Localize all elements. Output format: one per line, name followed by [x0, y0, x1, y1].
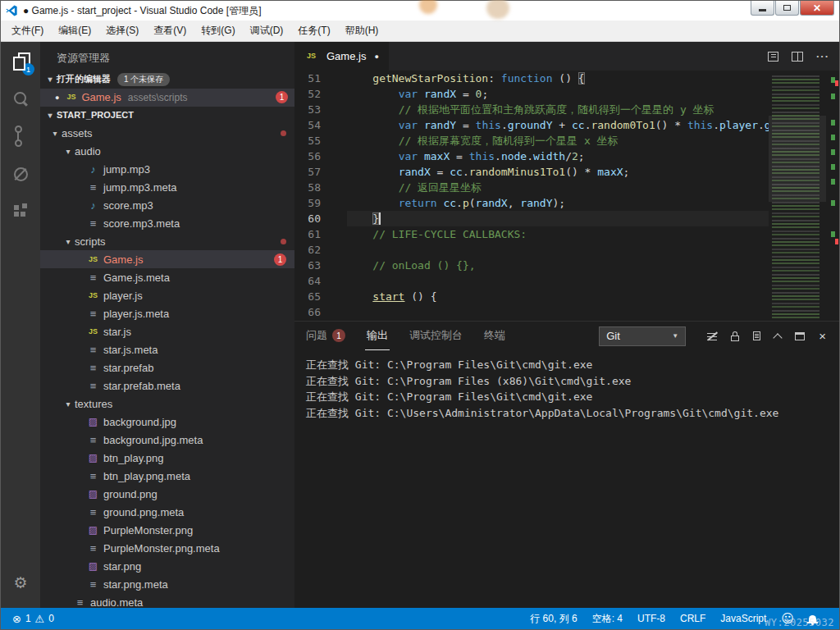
- feedback-smiley-icon[interactable]: ☺: [781, 611, 794, 626]
- menu-item[interactable]: 转到(G): [194, 21, 242, 42]
- open-log-file-icon[interactable]: [753, 331, 760, 340]
- cursor-position[interactable]: 行 60, 列 6: [530, 612, 577, 626]
- tree-item[interactable]: JSplayer.js: [40, 286, 294, 304]
- panel-tab[interactable]: 问题1: [304, 322, 347, 350]
- code-line[interactable]: var maxX = this.node.width/2;: [347, 148, 769, 164]
- panel-tab[interactable]: 终端: [482, 322, 507, 350]
- code-line[interactable]: // onLoad () {},: [347, 258, 769, 273]
- panel-tab[interactable]: 调试控制台: [408, 322, 464, 350]
- close-panel-icon[interactable]: ×: [819, 330, 826, 342]
- output-log[interactable]: 正在查找 Git: C:\Program Files\Git\cmd\git.e…: [294, 350, 839, 421]
- tree-item[interactable]: ≡background.jpg.meta: [40, 431, 294, 449]
- error-count: 1: [25, 613, 31, 624]
- search-activity-button[interactable]: [1, 80, 40, 117]
- tree-item[interactable]: ♪jump.mp3: [40, 160, 294, 178]
- language-mode[interactable]: JavaScript: [720, 613, 766, 624]
- output-channel-select[interactable]: Git ▼: [599, 326, 686, 346]
- open-editor-item[interactable]: ● JS Game.js assets\scripts 1: [40, 89, 294, 107]
- code-line[interactable]: getNewStarPosition: function () {: [347, 71, 769, 86]
- tree-item[interactable]: ≡star.js.meta: [40, 340, 294, 358]
- code-line[interactable]: // LIFE-CYCLE CALLBACKS:: [347, 226, 769, 242]
- code-line[interactable]: // 根据屏幕宽度，随机得到一个星星 x 坐标: [347, 133, 769, 148]
- project-root-header[interactable]: START_PROJECT: [40, 107, 294, 125]
- menu-item[interactable]: 编辑(E): [51, 21, 98, 42]
- debug-activity-button[interactable]: [1, 155, 40, 193]
- line-number: 62: [294, 242, 321, 258]
- tree-item[interactable]: ≡player.js.meta: [40, 304, 294, 322]
- tree-item[interactable]: ≡btn_play.png.meta: [40, 467, 294, 485]
- code-editor[interactable]: 51525354555657585960616263646566 getNewS…: [294, 71, 839, 321]
- autoscroll-lock-icon[interactable]: [731, 331, 739, 341]
- indentation-setting[interactable]: 空格: 4: [592, 612, 623, 626]
- tree-item[interactable]: ≡jump.mp3.meta: [40, 178, 294, 196]
- code-line[interactable]: return cc.p(randX, randY);: [347, 195, 769, 211]
- tree-item[interactable]: JSGame.js1: [40, 250, 294, 268]
- menu-item[interactable]: 调试(D): [243, 21, 291, 42]
- tree-item[interactable]: ▨btn_play.png: [40, 449, 294, 467]
- split-editor-icon[interactable]: [792, 52, 803, 62]
- tree-item[interactable]: audio: [40, 142, 294, 160]
- tree-item[interactable]: JSstar.js: [40, 322, 294, 340]
- maximize-panel-chevron-icon[interactable]: [774, 331, 781, 341]
- code-line[interactable]: [347, 242, 769, 258]
- source-control-activity-button[interactable]: [1, 117, 40, 155]
- code-line[interactable]: var randX = 0;: [347, 86, 769, 102]
- minimap-slider[interactable]: [769, 116, 826, 202]
- code-line[interactable]: [347, 304, 769, 320]
- maximize-button[interactable]: [775, 1, 799, 16]
- tree-item[interactable]: ≡ground.png.meta: [40, 503, 294, 521]
- encoding-setting[interactable]: UTF-8: [637, 613, 665, 624]
- tree-item[interactable]: ≡star.png.meta: [40, 575, 294, 593]
- explorer-activity-button[interactable]: 1: [1, 42, 40, 80]
- folder-chevron-icon: [62, 237, 75, 246]
- tree-item[interactable]: ≡audio.meta: [40, 593, 294, 608]
- toggle-panel-icon[interactable]: [795, 332, 805, 340]
- tab-gamejs[interactable]: JS Game.js ●: [294, 42, 389, 71]
- tree-item[interactable]: scripts: [40, 232, 294, 250]
- tree-item-label: audio.meta: [90, 596, 143, 608]
- tree-item[interactable]: ▨background.jpg: [40, 413, 294, 431]
- tree-item[interactable]: ▨ground.png: [40, 485, 294, 503]
- more-actions-icon[interactable]: ···: [816, 50, 829, 62]
- minimize-button[interactable]: [751, 1, 774, 16]
- code-line[interactable]: start () {: [347, 289, 769, 304]
- menu-item[interactable]: 任务(T): [290, 21, 337, 42]
- tree-item[interactable]: ♪score.mp3: [40, 196, 294, 214]
- tree-item[interactable]: ≡score.mp3.meta: [40, 214, 294, 232]
- open-editors-header[interactable]: 打开的编辑器 1 个未保存: [40, 71, 294, 89]
- extensions-activity-button[interactable]: [1, 193, 40, 231]
- open-changes-icon[interactable]: [768, 52, 778, 62]
- clear-output-icon[interactable]: [707, 332, 717, 340]
- output-line: 正在查找 Git: C:\Program Files\Git\cmd\git.e…: [306, 357, 839, 373]
- window-controls: ✕: [750, 1, 834, 16]
- eol-setting[interactable]: CRLF: [680, 613, 705, 624]
- panel-tab[interactable]: 输出: [365, 322, 390, 350]
- code-lines[interactable]: getNewStarPosition: function () { var ra…: [332, 71, 769, 321]
- menu-item[interactable]: 帮助(H): [338, 21, 386, 42]
- notifications-bell-icon[interactable]: [809, 613, 816, 624]
- tree-item[interactable]: ≡star.prefab.meta: [40, 377, 294, 395]
- close-button[interactable]: ✕: [800, 1, 834, 16]
- menu-item[interactable]: 查看(V): [146, 21, 194, 42]
- tree-item[interactable]: ▨star.png: [40, 557, 294, 575]
- code-line[interactable]: // 根据地平面位置和主角跳跃高度，随机得到一个星星的 y 坐标: [347, 102, 769, 117]
- code-line[interactable]: var randY = this.groundY + cc.random0To1…: [347, 117, 769, 133]
- modified-dot: [281, 239, 286, 244]
- tree-item[interactable]: assets: [40, 124, 294, 142]
- tree-item[interactable]: ▨PurpleMonster.png: [40, 521, 294, 539]
- menu-item[interactable]: 选择(S): [98, 21, 146, 42]
- git-branch-icon: [17, 128, 25, 144]
- tree-item-label: PurpleMonster.png.meta: [103, 542, 220, 555]
- code-line[interactable]: [347, 273, 769, 289]
- code-line[interactable]: randX = cc.randomMinus1To1() * maxX;: [347, 164, 769, 180]
- tree-item[interactable]: textures: [40, 395, 294, 413]
- problems-indicator[interactable]: ⊗ 1 ⚠ 0: [9, 613, 57, 625]
- code-line[interactable]: }: [347, 211, 769, 226]
- tree-item[interactable]: ≡star.prefab: [40, 358, 294, 377]
- code-line[interactable]: // 返回星星坐标: [347, 180, 769, 195]
- menu-item[interactable]: 文件(F): [4, 21, 51, 42]
- debug-icon: [14, 167, 28, 181]
- settings-button[interactable]: ⚙: [1, 564, 40, 601]
- tree-item[interactable]: ≡PurpleMonster.png.meta: [40, 539, 294, 557]
- tree-item[interactable]: ≡Game.js.meta: [40, 268, 294, 286]
